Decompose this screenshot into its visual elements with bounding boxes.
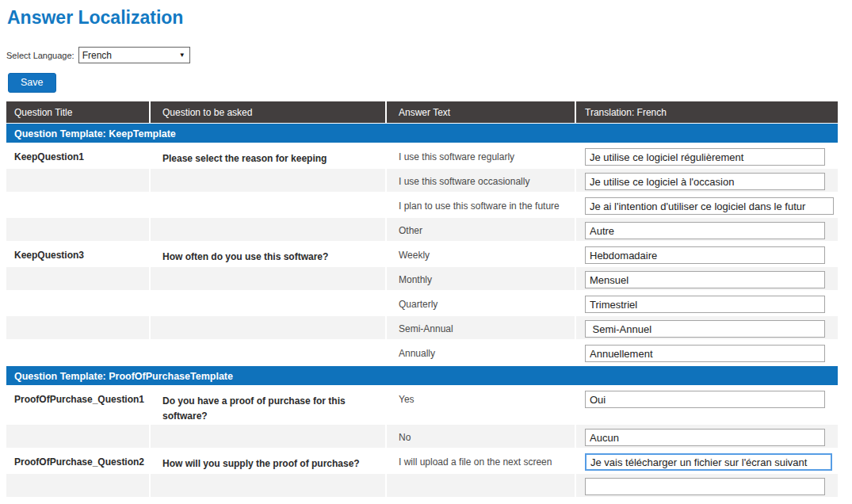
translation-input[interactable] <box>585 197 834 215</box>
question-title-cell: KeepQuestion1 <box>6 144 151 167</box>
translation-cell <box>576 193 838 216</box>
question-cell <box>151 169 387 192</box>
page-title: Answer Localization <box>7 7 183 29</box>
question-title-cell: ProofOfPurchase_Question1 <box>6 387 151 423</box>
translation-input[interactable] <box>585 296 825 313</box>
translation-cell <box>576 292 838 315</box>
translation-input[interactable] <box>585 148 825 166</box>
question-cell: How will you supply the proof of purchas… <box>151 449 387 472</box>
language-select[interactable]: French <box>78 47 190 63</box>
answer-text-cell: Quarterly <box>387 292 576 315</box>
table-row: No <box>6 425 838 449</box>
question-title-cell: KeepQuestion3 <box>6 242 151 265</box>
translation-cell <box>576 449 838 472</box>
table-row-partial <box>6 474 838 498</box>
translation-input[interactable] <box>585 345 825 362</box>
translation-input[interactable] <box>585 478 825 495</box>
translation-input-focused[interactable] <box>585 453 832 471</box>
answer-text-cell: Monthly <box>387 267 576 290</box>
question-cell: Please select the reason for keeping <box>151 144 387 167</box>
answer-text-cell: Semi-Annual <box>387 316 576 339</box>
answer-text-cell: I use this software regularly <box>387 144 576 167</box>
question-cell <box>151 316 387 339</box>
table-row: KeepQuestion1 Please select the reason f… <box>6 144 838 169</box>
answer-text-cell: Yes <box>387 387 576 423</box>
section-header-keeptemplate: Question Template: KeepTemplate <box>6 123 838 144</box>
table-row: I use this software occasionally <box>6 169 838 193</box>
translation-cell <box>576 218 838 241</box>
question-title-cell <box>6 341 151 364</box>
column-header-question-title: Question Title <box>6 101 151 123</box>
question-cell: How often do you use this software? <box>151 242 387 265</box>
question-title-cell <box>6 316 151 339</box>
table-row: Monthly <box>6 267 838 292</box>
column-header-question-to-be-asked: Question to be asked <box>151 101 387 123</box>
question-title-cell <box>6 193 151 216</box>
translation-cell <box>576 341 838 364</box>
table-header-row: Question Title Question to be asked Answ… <box>6 101 838 123</box>
translation-cell <box>576 242 838 265</box>
translation-input[interactable] <box>585 246 825 264</box>
question-cell <box>151 218 387 241</box>
section-header-proofofpurchasetemplate: Question Template: ProofOfPurchaseTempla… <box>6 365 838 387</box>
question-title-cell <box>6 267 151 290</box>
translation-cell <box>576 387 838 423</box>
question-title-cell <box>6 292 151 315</box>
translation-cell <box>576 144 838 167</box>
language-label: Select Language: <box>6 51 75 60</box>
question-title-cell <box>6 425 151 448</box>
question-cell <box>151 193 387 216</box>
answer-text-cell: Other <box>387 218 576 241</box>
question-title-cell: ProofOfPurchase_Question2 <box>6 449 151 472</box>
answer-text-cell: I use this software occasionally <box>387 169 576 192</box>
question-title-cell <box>6 474 151 497</box>
translation-input[interactable] <box>585 271 825 288</box>
table-row: ProofOfPurchase_Question1 Do you have a … <box>6 387 838 425</box>
translation-cell <box>576 425 838 448</box>
question-cell <box>151 341 387 364</box>
answer-text-cell: Weekly <box>387 242 576 265</box>
save-button[interactable]: Save <box>8 73 56 93</box>
answer-text-cell: No <box>387 425 576 448</box>
translation-input[interactable] <box>585 429 825 446</box>
table-row: KeepQuestion3 How often do you use this … <box>6 242 838 267</box>
language-select-wrap: French ▼ <box>78 47 190 63</box>
answer-text-cell: Annually <box>387 341 576 364</box>
language-selector-row: Select Language: French ▼ <box>6 47 190 63</box>
translation-cell <box>576 267 838 290</box>
question-cell <box>151 425 387 448</box>
translation-input[interactable] <box>585 173 825 190</box>
answer-text-cell: I will upload a file on the next screen <box>387 449 576 472</box>
column-header-answer-text: Answer Text <box>387 101 576 123</box>
translation-cell <box>576 169 838 192</box>
table-row: I plan to use this software in the futur… <box>6 193 838 218</box>
table-row: Quarterly <box>6 292 838 316</box>
column-header-translation: Translation: French <box>576 101 838 123</box>
question-cell <box>151 292 387 315</box>
translation-cell <box>576 316 838 339</box>
translation-input[interactable] <box>585 222 825 239</box>
translation-input[interactable] <box>585 391 825 408</box>
answer-text-cell <box>387 474 576 497</box>
question-cell <box>151 474 387 497</box>
question-title-cell <box>6 218 151 241</box>
answer-text-cell: I plan to use this software in the futur… <box>387 193 576 216</box>
table-row: Annually <box>6 341 838 365</box>
localization-table: Question Title Question to be asked Answ… <box>6 101 838 498</box>
table-row: ProofOfPurchase_Question2 How will you s… <box>6 449 838 474</box>
table-row: Semi-Annual <box>6 316 838 341</box>
question-cell <box>151 267 387 290</box>
question-cell: Do you have a proof of purchase for this… <box>151 387 387 423</box>
table-row: Other <box>6 218 838 242</box>
question-title-cell <box>6 169 151 192</box>
translation-input[interactable] <box>585 320 825 338</box>
translation-cell <box>576 474 838 497</box>
